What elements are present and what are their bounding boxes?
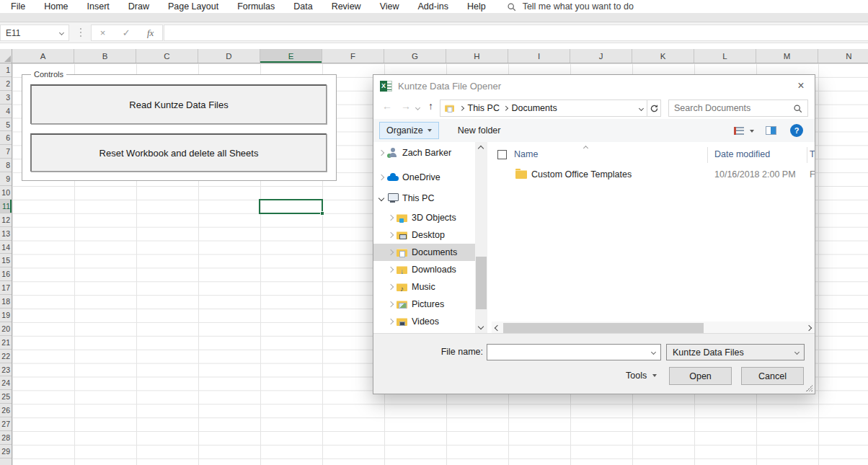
chevron-down-icon[interactable]: [651, 350, 656, 355]
row-header-18[interactable]: 18: [0, 295, 12, 309]
scroll-up-icon[interactable]: [478, 146, 484, 151]
select-all-checkbox[interactable]: [497, 150, 507, 159]
search-input[interactable]: [674, 103, 793, 113]
select-all-corner[interactable]: [0, 49, 12, 63]
chevron-right-icon[interactable]: [388, 215, 394, 221]
chevron-down-icon[interactable]: [59, 30, 64, 35]
column-header-g[interactable]: G: [384, 49, 446, 63]
ribbon-tab-home[interactable]: Home: [35, 1, 77, 12]
scroll-left-icon[interactable]: [495, 325, 500, 331]
row-header-11[interactable]: 11: [0, 200, 12, 213]
row-header-29[interactable]: 29: [0, 445, 12, 459]
address-dropdown-chevron-icon[interactable]: [639, 105, 644, 110]
chevron-right-icon[interactable]: [378, 174, 384, 180]
column-header-k[interactable]: K: [632, 49, 694, 63]
change-view-button[interactable]: [734, 127, 744, 135]
preview-pane-button[interactable]: [766, 126, 776, 135]
view-options-chevron-icon[interactable]: [750, 130, 754, 133]
chevron-right-icon[interactable]: [388, 249, 394, 255]
file-type-dropdown[interactable]: Kuntze Data Files: [666, 344, 805, 360]
row-header-1[interactable]: 1: [0, 63, 12, 77]
sidebar-item-desktop[interactable]: Desktop: [373, 226, 475, 244]
horizontal-scrollbar-thumb[interactable]: [503, 323, 704, 333]
help-button[interactable]: ?: [790, 124, 803, 137]
ribbon-tab-formulas[interactable]: Formulas: [228, 1, 284, 12]
type-column-header[interactable]: T: [810, 149, 815, 159]
column-separator[interactable]: [707, 147, 708, 163]
chevron-right-icon[interactable]: [388, 319, 394, 324]
row-header-15[interactable]: 15: [0, 254, 12, 267]
sidebar-item-onedrive[interactable]: OneDrive: [373, 169, 475, 186]
open-button[interactable]: Open: [669, 367, 732, 385]
up-button[interactable]: ↑: [428, 100, 433, 112]
ribbon-tab-add-ins[interactable]: Add-ins: [409, 1, 458, 12]
chevron-right-icon[interactable]: [388, 301, 394, 307]
row-header-3[interactable]: 3: [0, 91, 12, 105]
row-header-26[interactable]: 26: [0, 404, 12, 417]
read-kuntze-data-files-button[interactable]: Read Kuntze Data Files: [30, 84, 327, 124]
row-header-24[interactable]: 24: [0, 376, 12, 390]
row-header-16[interactable]: 16: [0, 267, 12, 281]
sidebar-item-downloads[interactable]: Downloads: [373, 261, 475, 278]
recent-locations-chevron-icon[interactable]: [415, 105, 420, 110]
column-header-l[interactable]: L: [694, 49, 756, 63]
chevron-right-icon[interactable]: [378, 150, 384, 156]
row-header-23[interactable]: 23: [0, 363, 12, 377]
row-header-17[interactable]: 17: [0, 281, 12, 295]
tools-button[interactable]: Tools: [626, 371, 657, 381]
cancel-entry-button[interactable]: ×: [100, 27, 106, 38]
row-header-14[interactable]: 14: [0, 241, 12, 254]
row-header-28[interactable]: 28: [0, 431, 12, 445]
ribbon-tab-view[interactable]: View: [371, 1, 409, 12]
column-header-i[interactable]: I: [508, 49, 570, 63]
name-column-header[interactable]: Name: [514, 149, 538, 159]
row-header-4[interactable]: 4: [0, 105, 12, 118]
sidebar-item-3d-objects[interactable]: 3D Objects: [373, 209, 475, 226]
selected-cell-e11[interactable]: [259, 199, 323, 214]
sidebar-item-zach-barker[interactable]: Zach Barker: [373, 144, 475, 161]
row-header-22[interactable]: 22: [0, 350, 12, 363]
row-header-8[interactable]: 8: [0, 159, 12, 172]
tell-me-search[interactable]: Tell me what you want to do: [507, 1, 634, 12]
column-header-b[interactable]: B: [74, 49, 136, 63]
row-header-19[interactable]: 19: [0, 309, 12, 322]
column-header-c[interactable]: C: [136, 49, 198, 63]
row-header-13[interactable]: 13: [0, 227, 12, 241]
row-header-10[interactable]: 10: [0, 186, 12, 200]
confirm-entry-button[interactable]: ✓: [123, 27, 130, 38]
row-header-5[interactable]: 5: [0, 118, 12, 132]
date-modified-column-header[interactable]: Date modified: [714, 149, 770, 159]
sidebar-item-documents[interactable]: Documents: [373, 244, 475, 261]
sidebar-scrollbar-thumb[interactable]: [476, 257, 487, 309]
column-header-f[interactable]: F: [322, 49, 384, 63]
breadcrumb-chevron-icon[interactable]: [503, 106, 508, 110]
row-header-25[interactable]: 25: [0, 390, 12, 404]
name-box[interactable]: E11: [0, 25, 69, 41]
row-header-20[interactable]: 20: [0, 322, 12, 336]
cancel-button[interactable]: Cancel: [741, 367, 804, 385]
insert-function-button[interactable]: fx: [147, 27, 154, 39]
new-folder-button[interactable]: New folder: [458, 125, 501, 136]
breadcrumb-documents[interactable]: Documents: [511, 103, 557, 113]
column-header-m[interactable]: M: [756, 49, 818, 63]
row-header-12[interactable]: 12: [0, 213, 12, 227]
address-bar[interactable]: This PC Documents: [440, 99, 647, 117]
chevron-down-icon[interactable]: [378, 195, 384, 201]
column-header-n[interactable]: N: [818, 49, 868, 63]
chevron-right-icon[interactable]: [388, 267, 394, 273]
back-button[interactable]: ←: [382, 100, 392, 112]
scroll-down-icon[interactable]: [478, 324, 484, 329]
column-header-h[interactable]: H: [446, 49, 508, 63]
row-header-7[interactable]: 7: [0, 145, 12, 159]
refresh-button[interactable]: [647, 99, 661, 117]
column-header-j[interactable]: J: [570, 49, 632, 63]
row-header-6[interactable]: 6: [0, 131, 12, 145]
fill-handle[interactable]: [320, 211, 324, 216]
file-name-input[interactable]: [487, 347, 652, 358]
column-header-a[interactable]: A: [12, 49, 74, 63]
breadcrumb-this-pc[interactable]: This PC: [468, 103, 500, 113]
close-button[interactable]: ×: [790, 76, 812, 94]
row-header-27[interactable]: 27: [0, 417, 12, 431]
ribbon-tab-help[interactable]: Help: [458, 1, 495, 12]
ribbon-tab-insert[interactable]: Insert: [78, 1, 119, 12]
